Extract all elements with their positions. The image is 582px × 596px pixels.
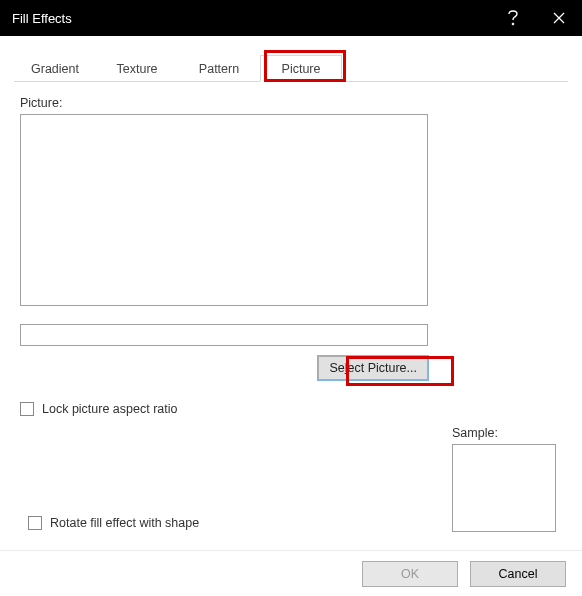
titlebar: Fill Effects xyxy=(0,0,582,36)
select-picture-button[interactable]: Select Picture... xyxy=(318,356,428,380)
svg-point-0 xyxy=(512,23,514,25)
sample-label: Sample: xyxy=(452,426,498,440)
tab-label: Pattern xyxy=(199,62,239,76)
tab-pattern[interactable]: Pattern xyxy=(178,55,260,82)
tab-label: Texture xyxy=(117,62,158,76)
window-title: Fill Effects xyxy=(12,11,490,26)
sample-preview xyxy=(452,444,556,532)
checkbox-icon xyxy=(28,516,42,530)
close-button[interactable] xyxy=(536,0,582,36)
tab-texture[interactable]: Texture xyxy=(96,55,178,82)
picture-label: Picture: xyxy=(20,96,562,110)
checkbox-icon xyxy=(20,402,34,416)
cancel-button[interactable]: Cancel xyxy=(470,561,566,587)
lock-aspect-checkbox[interactable]: Lock picture aspect ratio xyxy=(20,402,562,416)
picture-path-input[interactable] xyxy=(20,324,428,346)
picture-preview xyxy=(20,114,428,306)
tab-picture[interactable]: Picture xyxy=(260,55,342,82)
tab-label: Gradient xyxy=(31,62,79,76)
help-button[interactable] xyxy=(490,0,536,36)
rotate-fill-checkbox[interactable]: Rotate fill effect with shape xyxy=(28,516,199,530)
tab-label: Picture xyxy=(282,62,321,76)
ok-button: OK xyxy=(362,561,458,587)
lock-aspect-label: Lock picture aspect ratio xyxy=(42,402,178,416)
tab-strip: Gradient Texture Pattern Picture xyxy=(14,54,568,82)
tab-gradient[interactable]: Gradient xyxy=(14,55,96,82)
rotate-fill-label: Rotate fill effect with shape xyxy=(50,516,199,530)
dialog-footer: OK Cancel xyxy=(0,550,582,596)
